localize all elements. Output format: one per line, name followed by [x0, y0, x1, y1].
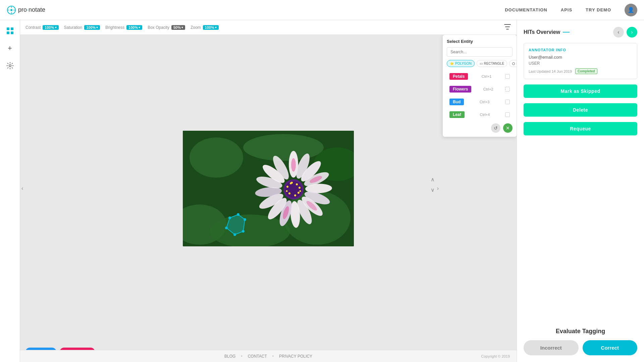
last-updated-date: 14 Jun 2019 [552, 69, 572, 73]
svg-point-53 [298, 192, 300, 194]
leaf-shortcut: Ctrl+4 [480, 113, 490, 117]
brightness-badge[interactable]: 100% ▾ [126, 25, 142, 30]
svg-point-41 [291, 158, 296, 172]
saturation-badge[interactable]: 100% ▾ [84, 25, 100, 30]
zoom-value: 100% [205, 25, 214, 29]
flower-image[interactable] [183, 131, 354, 246]
evaluate-title: Evaluate Tagging [524, 328, 637, 335]
bud-tag: Bud [449, 99, 464, 105]
evaluate-buttons: Incorrect Correct [524, 340, 637, 355]
annotator-footer: Last Updated 14 Jun 2019 Completed [529, 68, 632, 74]
annotator-email: User@email.com [529, 55, 632, 60]
box-opacity-arrow: ▾ [181, 26, 183, 29]
logo: pro·notate [7, 5, 45, 15]
sidebar-icon-settings[interactable] [5, 60, 15, 71]
rectangle-tool[interactable]: ▭ RECTANGLE [477, 60, 507, 67]
svg-point-52 [288, 192, 290, 194]
header: pro·notate DOCUMENTATION APIs TRY DEMO 👤 [0, 0, 644, 20]
undo-button[interactable]: ↺ [491, 123, 500, 133]
brightness-value: 100% [128, 25, 138, 29]
svg-point-1 [10, 9, 12, 11]
entity-search-input[interactable] [447, 47, 513, 57]
canvas-prev-button[interactable]: ‹ [20, 184, 24, 193]
footer-blog[interactable]: BLOG [224, 354, 235, 359]
nav-documentation[interactable]: DOCUMENTATION [505, 7, 547, 12]
annotator-role: USER [529, 61, 632, 66]
svg-point-51 [294, 194, 296, 196]
incorrect-button[interactable]: Incorrect [524, 340, 579, 355]
canvas-next-button[interactable]: › [436, 184, 440, 193]
hits-next-button[interactable]: › [627, 27, 637, 38]
zoom-arrow: ▾ [215, 26, 217, 29]
box-opacity-value: 50% [173, 25, 181, 29]
right-panel-header: HITs Overview ‹ › [524, 27, 637, 38]
hits-prev-button[interactable]: ‹ [613, 27, 624, 38]
canvas-nav-vertical: ∧ ∨ [429, 175, 436, 194]
avatar[interactable]: 👤 [625, 4, 637, 16]
leaf-tag: Leaf [449, 111, 465, 118]
mark-skipped-button[interactable]: Mark as Skipped [524, 84, 637, 98]
hits-overview-title: HITs Overview [524, 29, 570, 35]
shape-tools: ⭐ POLYGON ▭ RECTANGLE POINT [447, 60, 513, 67]
entity-item-flowers[interactable]: Flowers Ctrl+2 [447, 84, 513, 95]
left-sidebar: + [0, 20, 20, 362]
svg-point-46 [285, 181, 302, 198]
last-updated-label: Last Updated [529, 69, 550, 73]
footer-privacy[interactable]: PRIVACY POLICY [279, 354, 312, 359]
svg-point-54 [291, 182, 293, 184]
contrast-value: 100% [45, 25, 54, 29]
svg-point-23 [244, 218, 246, 221]
flowers-tag: Flowers [449, 86, 471, 93]
svg-point-47 [296, 183, 298, 185]
footer-dot-2: • [272, 354, 274, 359]
annotator-card: ANNOTATOR INFO User@email.com USER Last … [524, 43, 637, 79]
flower-svg [183, 131, 354, 246]
brightness-arrow: ▾ [139, 26, 140, 29]
zoom-badge[interactable]: 100% ▾ [203, 25, 219, 30]
nav-try-demo[interactable]: TRY DEMO [586, 7, 611, 12]
correct-button[interactable]: Correct [583, 340, 638, 355]
svg-rect-9 [11, 32, 13, 34]
annotator-info-label: ANNOTATOR INFO [529, 48, 632, 52]
petals-checkbox[interactable] [505, 74, 510, 79]
svg-point-21 [228, 217, 231, 219]
flowers-checkbox[interactable] [505, 87, 510, 92]
canvas-up-button[interactable]: ∧ [429, 175, 436, 184]
leaf-checkbox[interactable] [505, 112, 510, 117]
bud-checkbox[interactable] [505, 100, 510, 104]
svg-point-14 [243, 134, 324, 161]
saturation-arrow: ▾ [96, 26, 98, 29]
svg-point-55 [300, 190, 301, 192]
bud-shortcut: Ctrl+3 [480, 100, 490, 104]
svg-point-49 [299, 187, 301, 189]
box-opacity-label: Box Opacity [148, 25, 169, 30]
contrast-badge[interactable]: 100% ▾ [43, 25, 58, 30]
entity-item-petals[interactable]: Petals Ctrl+1 [447, 71, 513, 82]
entity-item-leaf[interactable]: Leaf Ctrl+4 [447, 109, 513, 120]
filter-icon[interactable] [504, 23, 511, 32]
close-entity-button[interactable]: ✕ [503, 123, 513, 133]
status-badge: Completed [575, 68, 597, 74]
logo-pre: pro [18, 6, 27, 13]
sidebar-icon-grid[interactable] [5, 25, 15, 36]
polygon-tool[interactable]: ⭐ POLYGON [447, 60, 475, 67]
svg-rect-7 [11, 27, 13, 30]
delete-button[interactable]: Delete [524, 103, 637, 117]
entity-list: Petals Ctrl+1 Flowers Ctrl+2 Bud Ctrl+3 … [447, 71, 513, 120]
footer-copyright: Copyright © 2019 [481, 354, 510, 358]
canvas-down-button[interactable]: ∨ [429, 185, 436, 194]
brightness-label: Brightness [105, 25, 124, 30]
logo-text: pro·notate [18, 6, 45, 13]
requeue-button[interactable]: Requeue [524, 122, 637, 135]
entity-panel-title: Select Entity [447, 39, 513, 44]
select-entity-panel: Select Entity ⭐ POLYGON ▭ RECTANGLE POIN… [443, 35, 517, 137]
footer-contact[interactable]: CONTACT [248, 354, 267, 359]
nav-apis[interactable]: APIs [561, 7, 572, 12]
sidebar-icon-add[interactable]: + [5, 43, 15, 54]
point-icon [512, 62, 515, 65]
logo-icon [7, 5, 16, 15]
entity-item-bud[interactable]: Bud Ctrl+3 [447, 97, 513, 107]
flowers-shortcut: Ctrl+2 [483, 87, 493, 91]
box-opacity-badge[interactable]: 50% ▾ [171, 25, 185, 30]
point-tool[interactable]: POINT [509, 60, 517, 67]
